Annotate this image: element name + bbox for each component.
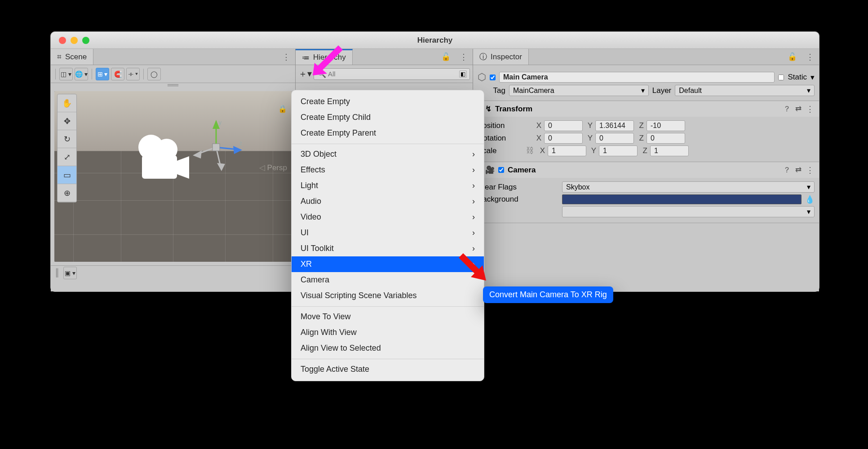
chevron-down-icon: ▾ (807, 86, 810, 95)
tab-inspector[interactable]: ⓘ Inspector (473, 49, 529, 65)
clear-flags-dropdown[interactable]: Skybox▾ (562, 181, 815, 193)
culling-mask-label: g (478, 207, 558, 216)
inspector-lock[interactable]: 🔓 (783, 49, 802, 65)
svg-text:z: z (239, 140, 242, 146)
transform-header[interactable]: ▾↯Transform ？⇄⋮ (473, 101, 819, 117)
menu-item[interactable]: Audio› (292, 194, 484, 209)
gizmo-button[interactable]: ◯ (147, 68, 161, 80)
menu-item[interactable]: Create Empty Parent (292, 125, 484, 141)
help-icon[interactable]: ？ (783, 165, 791, 175)
scale-tool[interactable]: ⤢ (58, 148, 76, 166)
menu-item[interactable]: Visual Scripting Scene Variables (292, 288, 484, 304)
camera-header[interactable]: ▾🎥Camera ？⇄⋮ (473, 162, 819, 178)
axis-gizmo[interactable]: y z (189, 118, 243, 172)
static-label: Static (788, 73, 807, 82)
2d-toggle-button[interactable]: 🌐 ▾ (75, 68, 88, 80)
kebab-icon[interactable]: ⋮ (806, 165, 815, 175)
chevron-right-icon: › (472, 228, 475, 238)
tab-options[interactable]: ⋮ (278, 49, 295, 65)
chevron-down-icon: ▾ (807, 207, 810, 216)
rotate-tool[interactable]: ↻ (58, 130, 76, 148)
chevron-down-icon: ▾ (807, 183, 810, 191)
menu-item[interactable]: Create Empty (292, 94, 484, 110)
scl-z-field[interactable] (650, 145, 689, 156)
menu-item[interactable]: Light› (292, 178, 484, 194)
chevron-right-icon: › (472, 212, 475, 222)
transform-tool[interactable]: ⊕ (58, 184, 76, 202)
menu-item[interactable]: Toggle Active State (292, 359, 484, 377)
xr-submenu-item[interactable]: Convert Main Camera To XR Rig (483, 286, 613, 303)
background-label: Background (478, 195, 558, 204)
grid-toggle-button[interactable]: ⊞ ▾ (96, 68, 109, 80)
menu-item[interactable]: Align View to Selected (292, 340, 484, 356)
rot-y-field[interactable] (595, 133, 634, 144)
kebab-icon[interactable]: ⋮ (806, 104, 815, 114)
menu-item[interactable]: Video› (292, 209, 484, 225)
static-dropdown-icon[interactable]: ▾ (810, 73, 815, 82)
position-label: Position (478, 121, 531, 130)
scene-tabrow: ⌗ Scene ⋮ (51, 49, 295, 65)
tab-scene[interactable]: ⌗ Scene (51, 49, 93, 65)
hierarchy-options[interactable]: ⋮ (455, 49, 473, 65)
svg-rect-14 (213, 144, 220, 151)
layer-dropdown[interactable]: Default▾ (675, 85, 815, 96)
filter-icon[interactable]: ◧ (459, 70, 467, 78)
help-icon[interactable]: ？ (783, 104, 791, 114)
layers-button[interactable]: ▣ ▾ (63, 267, 77, 279)
background-color-field[interactable] (562, 194, 802, 204)
scene-toolbar: ◫ ▾ 🌐 ▾ ⊞ ▾ 🧲 ⟛ ▾ ◯ (51, 65, 295, 83)
hand-tool[interactable]: ✋ (58, 94, 76, 112)
svg-rect-2 (142, 155, 177, 179)
menu-item[interactable]: Effects› (292, 162, 484, 178)
chevron-right-icon: › (472, 181, 475, 190)
lock-icon[interactable]: 🔒 (278, 105, 287, 113)
increment-button[interactable]: ⟛ ▾ (126, 68, 140, 80)
inspector-options[interactable]: ⋮ (802, 49, 819, 65)
rect-tool[interactable]: ▭ (58, 166, 76, 184)
menu-item[interactable]: 3D Object› (292, 144, 484, 162)
menu-item[interactable]: Move To View (292, 306, 484, 325)
menu-item[interactable]: Create Empty Child (292, 110, 484, 125)
svg-marker-13 (217, 163, 225, 171)
static-checkbox[interactable] (778, 75, 784, 80)
perspective-label[interactable]: ◁ Persp (259, 163, 287, 172)
pos-y-field[interactable] (595, 120, 634, 131)
tag-dropdown[interactable]: MainCamera▾ (509, 85, 649, 96)
chevron-right-icon: › (472, 165, 475, 175)
menu-item[interactable]: UI› (292, 225, 484, 241)
preset-icon[interactable]: ⇄ (795, 165, 802, 175)
scl-x-field[interactable] (548, 145, 586, 156)
pos-x-field[interactable] (544, 120, 583, 131)
rot-z-field[interactable] (647, 133, 685, 144)
chevron-right-icon: › (472, 197, 475, 206)
eyedropper-icon[interactable]: 💧 (805, 195, 815, 204)
scene-viewport[interactable]: 🔒 ✋ ✥ ↻ ⤢ ▭ ⊕ y (54, 91, 292, 262)
shading-mode-button[interactable]: ◫ ▾ (59, 68, 73, 80)
preset-icon[interactable]: ⇄ (795, 104, 802, 114)
pos-z-field[interactable] (647, 120, 685, 131)
move-tool[interactable]: ✥ (58, 112, 76, 130)
clear-flags-label: Clear Flags (478, 183, 558, 192)
scene-pane: ⌗ Scene ⋮ ◫ ▾ 🌐 ▾ ⊞ ▾ 🧲 ⟛ ▾ ◯ ══ (51, 49, 296, 291)
camera-icon: 🎥 (485, 165, 495, 175)
pane-handle[interactable]: ══ (51, 83, 295, 88)
kebab-icon: ⋮ (806, 52, 815, 62)
annotation-arrow-red (455, 249, 491, 285)
search-input[interactable] (328, 70, 457, 78)
menu-item[interactable]: Align With View (292, 325, 484, 340)
inspector-tabrow: ⓘ Inspector 🔓 ⋮ (473, 49, 819, 65)
camera-component: ▾🎥Camera ？⇄⋮ Clear Flags Skybox▾ Backgro… (473, 162, 819, 223)
culling-dropdown[interactable]: ▾ (562, 206, 815, 217)
gameobject-icon: ⬡ (478, 71, 486, 83)
annotation-arrow-pink (309, 43, 345, 79)
rot-x-field[interactable] (544, 133, 583, 144)
camera-enable-checkbox[interactable] (498, 167, 504, 173)
hierarchy-lock[interactable]: 🔓 (437, 49, 455, 65)
scl-y-field[interactable] (599, 145, 638, 156)
name-field[interactable] (499, 72, 775, 83)
link-icon[interactable]: ⛓ (526, 146, 535, 155)
active-checkbox[interactable] (490, 75, 496, 80)
snap-button[interactable]: 🧲 (111, 68, 124, 80)
scale-label: Scale (478, 146, 523, 155)
info-icon: ⓘ (479, 52, 487, 62)
